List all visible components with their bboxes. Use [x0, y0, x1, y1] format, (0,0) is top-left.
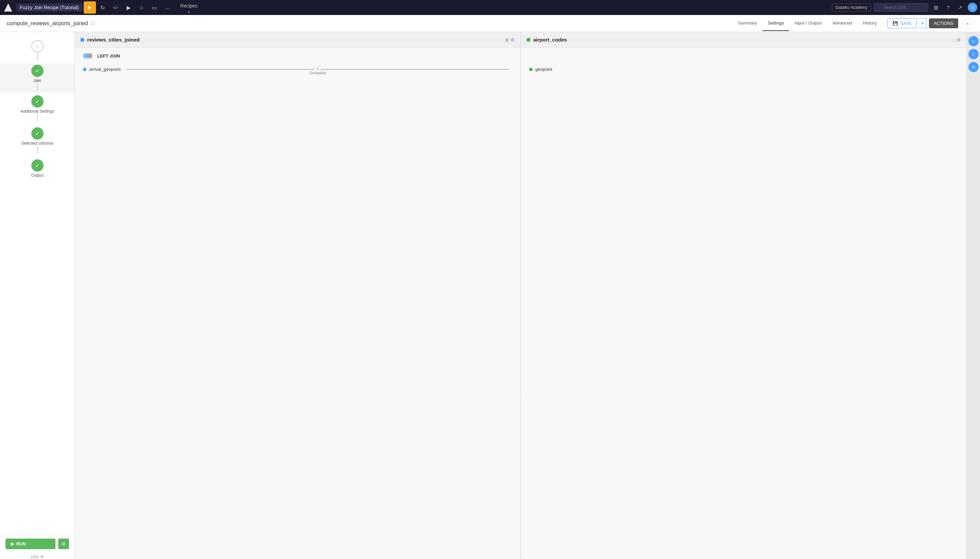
- main-layout: ○ ✓ Join ✓ Additional Settings ✓ Selecte…: [0, 32, 980, 559]
- right-panel: airport_codes ⌂ ⚙ geopoint: [521, 32, 967, 559]
- refresh-nav-icon[interactable]: ↻: [97, 2, 109, 13]
- dataiku-academy-button[interactable]: Dataiku Academy: [832, 3, 871, 12]
- arrow-nav-icon[interactable]: ►: [84, 2, 96, 13]
- join-step-label: Join: [33, 78, 41, 83]
- search-input[interactable]: [874, 3, 928, 12]
- run-button[interactable]: ▶ RUN: [5, 539, 56, 549]
- user-avatar[interactable]: U: [968, 3, 977, 12]
- plus-sidebar-icon[interactable]: +: [968, 36, 978, 46]
- output-label: Output: [31, 173, 43, 178]
- right-sidebar: + i ✉: [967, 32, 980, 559]
- tab-summary[interactable]: Summary: [733, 16, 762, 31]
- join-line: 1 Geospatial: [126, 69, 510, 69]
- tab-settings[interactable]: Settings: [762, 16, 789, 31]
- top-navigation: Fuzzy Join Recipe (Tutorial) ► ↻ </> ▶ ⌂…: [0, 0, 980, 15]
- save-disk-icon: 💾: [893, 21, 898, 26]
- tab-advanced[interactable]: Advanced: [827, 16, 858, 31]
- left-panel-header: reviews_cities_joined ⊞ ⚙: [75, 32, 520, 48]
- save-dropdown-button[interactable]: ▾: [919, 18, 927, 28]
- join-type-row: LEFT JOIN: [75, 48, 520, 64]
- back-button[interactable]: ‹: [962, 18, 973, 29]
- left-dataset-name: reviews_cities_joined: [87, 37, 140, 43]
- left-join-right-circle: [87, 53, 92, 59]
- right-field-name: geopoint: [535, 67, 552, 72]
- info-sidebar-icon[interactable]: i: [968, 49, 978, 59]
- content-area: reviews_cities_joined ⊞ ⚙ LEFT JOIN: [75, 32, 980, 559]
- back-icon: ‹: [967, 20, 968, 26]
- dss-gear-icon[interactable]: ⚙: [40, 554, 44, 559]
- left-gear-icon[interactable]: ⚙: [510, 37, 515, 43]
- join-type-label[interactable]: LEFT JOIN: [97, 53, 120, 59]
- recipes-dot: ●: [178, 10, 200, 13]
- recipe-name: compute_reviews_airports_joined ⓘ: [7, 20, 95, 26]
- dss-text: DSS: [31, 555, 39, 559]
- step-top: ○: [0, 38, 74, 63]
- step-connector-2: [37, 83, 38, 91]
- step-output[interactable]: ✓ Output: [0, 157, 74, 180]
- run-icon: ▶: [11, 541, 14, 546]
- left-panel-header-icons: ⊞ ⚙: [505, 37, 515, 43]
- tab-input-output[interactable]: Input / Output: [789, 16, 827, 31]
- join-number: 1: [317, 67, 319, 71]
- step-connector-1: [37, 53, 38, 61]
- left-table-icon[interactable]: ⊞: [505, 37, 509, 43]
- join-condition-label: Geospatial: [310, 71, 326, 75]
- recipe-title-tab[interactable]: Fuzzy Join Recipe (Tutorial): [16, 3, 82, 12]
- join-step-circle: ✓: [31, 64, 44, 77]
- actions-button[interactable]: ACTIONS: [929, 18, 958, 28]
- step-selected-columns[interactable]: ✓ Selected columns: [0, 125, 74, 157]
- table-nav-icon[interactable]: ⌂: [135, 2, 148, 13]
- additional-settings-label: Additional Settings: [20, 109, 54, 114]
- right-panel-header: airport_codes ⌂ ⚙: [521, 32, 967, 48]
- right-dataset-dot: [526, 38, 531, 42]
- trend-icon[interactable]: ↗: [955, 3, 965, 12]
- app-logo[interactable]: [3, 2, 13, 13]
- step-empty-circle: ○: [31, 40, 44, 53]
- right-field-row: geopoint: [521, 48, 967, 74]
- secondary-navigation: compute_reviews_airports_joined ⓘ Summar…: [0, 15, 980, 32]
- additional-settings-circle: ✓: [31, 95, 44, 108]
- left-field-name: arrival_geopoint: [89, 67, 121, 72]
- top-nav-right: Dataiku Academy 🔍 ⊞ ? ↗ U: [832, 3, 977, 12]
- right-field-dot: [529, 68, 533, 71]
- right-table-icon[interactable]: ⌂: [952, 37, 955, 43]
- run-settings-button[interactable]: ⚙: [58, 539, 69, 549]
- top-nav-icons: ► ↻ </> ▶ ⌂ ▭ …: [84, 2, 173, 13]
- save-label: SAVE: [900, 21, 912, 26]
- save-button[interactable]: 💾 SAVE: [888, 18, 917, 28]
- output-circle: ✓: [31, 159, 44, 172]
- svg-marker-0: [4, 3, 12, 12]
- selected-columns-circle: ✓: [31, 127, 44, 140]
- right-panel-header-icons: ⌂ ⚙: [952, 37, 961, 43]
- step-join[interactable]: ✓ Join: [0, 63, 74, 93]
- dss-label-row: DSS ⚙: [0, 554, 74, 559]
- search-wrapper: 🔍: [874, 3, 928, 12]
- monitor-nav-icon[interactable]: ▭: [148, 2, 161, 13]
- sidebar-bottom: ▶ RUN ⚙: [0, 534, 74, 553]
- run-label: RUN: [16, 541, 26, 546]
- step-empty-icon: ○: [36, 43, 39, 50]
- help-icon[interactable]: ?: [943, 3, 953, 12]
- left-join-indicator: [83, 53, 92, 59]
- recipe-info-icon[interactable]: ⓘ: [91, 20, 95, 26]
- right-gear-icon[interactable]: ⚙: [957, 37, 961, 43]
- code-nav-icon[interactable]: </>: [110, 2, 122, 13]
- save-dropdown-icon: ▾: [921, 21, 924, 26]
- left-panel: reviews_cities_joined ⊞ ⚙ LEFT JOIN: [75, 32, 521, 559]
- sidebar: ○ ✓ Join ✓ Additional Settings ✓ Selecte…: [0, 32, 75, 559]
- join-panels: reviews_cities_joined ⊞ ⚙ LEFT JOIN: [75, 32, 967, 559]
- right-dataset-name: airport_codes: [533, 37, 567, 43]
- step-connector-4: [37, 146, 38, 154]
- chat-sidebar-icon[interactable]: ✉: [968, 62, 978, 72]
- step-additional-settings[interactable]: ✓ Additional Settings: [0, 93, 74, 125]
- tab-history[interactable]: History: [858, 16, 882, 31]
- selected-columns-label: Selected columns: [21, 141, 53, 146]
- more-nav-icon[interactable]: …: [161, 2, 173, 13]
- recipes-label: Recipes: [178, 2, 200, 10]
- run-settings-icon: ⚙: [62, 541, 66, 546]
- nav-tabs: Summary Settings Input / Output Advanced…: [733, 16, 882, 31]
- recipes-nav-item[interactable]: Recipes ●: [178, 2, 200, 13]
- left-field-dot: [83, 68, 86, 71]
- grid-icon[interactable]: ⊞: [931, 3, 940, 12]
- play-nav-icon[interactable]: ▶: [122, 2, 135, 13]
